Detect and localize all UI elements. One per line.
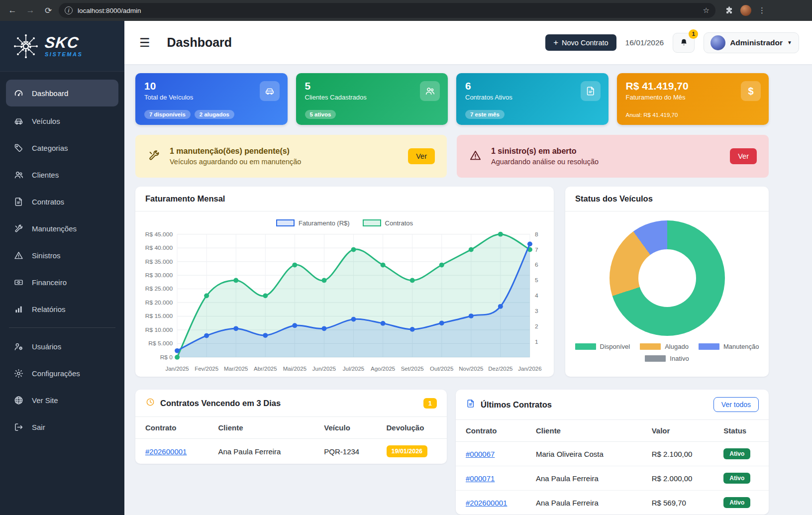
ver-todos-button[interactable]: Ver todos xyxy=(713,397,759,412)
charts-row: Faturamento Mensal Faturamento (R$) Cont… xyxy=(135,187,769,377)
svg-text:Set/2025: Set/2025 xyxy=(401,366,424,372)
site-info-icon[interactable]: i xyxy=(65,6,73,14)
svg-text:1: 1 xyxy=(535,338,538,345)
svg-text:Jan/2025: Jan/2025 xyxy=(165,366,189,372)
column-header: Status xyxy=(718,420,769,442)
column-header: Cliente xyxy=(213,417,319,439)
current-date: 16/01/2026 xyxy=(625,38,664,47)
legend-item-contratos[interactable]: Contratos xyxy=(363,219,413,227)
stat-label: Clientes Cadastrados xyxy=(305,94,439,101)
warning-icon xyxy=(13,250,24,261)
tags-icon xyxy=(13,142,24,153)
logout-icon xyxy=(13,421,24,432)
svg-text:8: 8 xyxy=(535,231,538,238)
latest-contracts-card: Últimos Contratos Ver todos Contrato Cli… xyxy=(456,390,769,515)
address-bar[interactable]: i localhost:8000/admin ☆ xyxy=(59,3,715,18)
legend-item-faturamento[interactable]: Faturamento (R$) xyxy=(276,219,350,227)
stat-label: Contratos Ativos xyxy=(465,94,600,101)
bookmark-star-icon[interactable]: ☆ xyxy=(703,6,710,15)
car-icon xyxy=(13,115,24,126)
legend-item-manutencao[interactable]: Manutenção xyxy=(699,343,759,350)
sidebar-item-relatorios[interactable]: Relatórios xyxy=(0,296,124,322)
sidebar-item-usuarios[interactable]: Usuários xyxy=(0,333,124,360)
svg-text:Jul/2025: Jul/2025 xyxy=(343,366,364,372)
column-header: Devolução xyxy=(382,417,447,439)
svg-text:3: 3 xyxy=(535,308,538,314)
latest-contracts-table: Contrato Cliente Valor Status #000067 Ma… xyxy=(456,420,769,515)
contract-link[interactable]: #202600001 xyxy=(466,499,507,507)
revenue-chart-card: Faturamento Mensal Faturamento (R$) Cont… xyxy=(135,187,554,377)
browser-menu-icon[interactable]: ⋮ xyxy=(758,6,766,15)
user-menu[interactable]: Administrador ▼ xyxy=(704,32,799,53)
chart-legend: Faturamento (R$) Contratos xyxy=(145,216,544,229)
stat-badge: 7 este mês xyxy=(465,110,505,119)
svg-text:Nov/2025: Nov/2025 xyxy=(459,366,483,372)
user-avatar xyxy=(710,35,725,50)
svg-text:R$ 15.000: R$ 15.000 xyxy=(145,313,173,320)
legend-item-inativo[interactable]: Inativo xyxy=(645,355,689,362)
stat-card-faturamento: R$ 41.419,70 Faturamento do Mês Anual: R… xyxy=(617,73,769,125)
speedometer-icon xyxy=(13,88,24,99)
stat-card-veiculos: 10 Total de Veículos 7 disponíveis 2 alu… xyxy=(135,73,288,125)
table-row: #202600001 Ana Paula Ferreira R$ 569,70 … xyxy=(456,491,769,515)
bottom-tables-row: Contratos Vencendo em 3 Dias 1 Contrato … xyxy=(135,390,769,515)
card-title: Contratos Vencendo em 3 Dias xyxy=(160,399,281,408)
file-text-icon xyxy=(581,81,601,101)
contract-link[interactable]: #000071 xyxy=(466,474,495,483)
forward-icon[interactable]: → xyxy=(23,3,38,18)
contract-link[interactable]: #202600001 xyxy=(145,447,187,456)
ver-sinistro-button[interactable]: Ver xyxy=(730,148,757,164)
expiring-contracts-table: Contrato Cliente Veículo Devolução #2026… xyxy=(135,417,447,464)
donut-legend: Disponível Alugado Manutenção Inativo xyxy=(565,343,769,362)
hamburger-menu-icon[interactable]: ☰ xyxy=(139,37,150,49)
column-header: Valor xyxy=(647,420,719,442)
back-icon[interactable]: ← xyxy=(5,3,20,18)
sidebar-item-sinistros[interactable]: Sinistros xyxy=(0,242,124,269)
novo-contrato-button[interactable]: + Novo Contrato xyxy=(545,34,616,51)
url-text[interactable]: localhost:8000/admin xyxy=(78,7,698,14)
legend-swatch xyxy=(699,343,719,350)
sidebar-item-financeiro[interactable]: Financeiro xyxy=(0,269,124,296)
stat-badge: 7 disponíveis xyxy=(144,110,191,119)
bar-chart-icon xyxy=(13,304,24,314)
sidebar-item-clientes[interactable]: Clientes xyxy=(0,161,124,188)
stat-value: 10 xyxy=(144,80,279,92)
notifications-button[interactable]: 1 xyxy=(673,33,695,53)
sidebar-item-ver-site[interactable]: Ver Site xyxy=(0,387,124,413)
sidebar-item-manutencoes[interactable]: Manutenções xyxy=(0,215,124,242)
legend-swatch xyxy=(645,355,666,362)
bell-icon xyxy=(679,38,689,47)
table-row: #202600001 Ana Paula Ferreira PQR-1234 1… xyxy=(135,439,447,464)
extensions-icon[interactable] xyxy=(725,6,733,14)
vehicle-status-donut-chart[interactable] xyxy=(609,220,725,336)
stat-card-clientes: 5 Clientes Cadastrados 5 ativos xyxy=(296,73,448,125)
revenue-line-chart[interactable]: R$ 0R$ 5.000R$ 10.000R$ 15.000R$ 20.000R… xyxy=(145,229,544,375)
svg-text:7: 7 xyxy=(535,246,538,253)
sidebar-item-contratos[interactable]: Contratos xyxy=(0,188,124,215)
sidebar-item-veiculos[interactable]: Veículos xyxy=(0,107,124,134)
legend-item-disponivel[interactable]: Disponível xyxy=(575,343,630,350)
sidebar-item-dashboard[interactable]: Dashboard xyxy=(6,80,118,106)
file-text-icon xyxy=(466,399,476,411)
svg-text:Fev/2025: Fev/2025 xyxy=(195,366,218,372)
sidebar-nav: Dashboard Veículos Categorias Clientes C… xyxy=(0,72,124,440)
cash-icon xyxy=(13,277,24,288)
dollar-icon: $ xyxy=(741,81,761,101)
expiring-count-badge: 1 xyxy=(423,398,437,409)
notification-count-badge: 1 xyxy=(689,29,698,39)
browser-profile-avatar[interactable] xyxy=(740,5,751,16)
svg-text:R$ 40.000: R$ 40.000 xyxy=(145,244,173,251)
ver-maintenance-button[interactable]: Ver xyxy=(408,148,435,164)
legend-item-alugado[interactable]: Alugado xyxy=(640,343,689,350)
svg-text:Out/2025: Out/2025 xyxy=(430,366,453,372)
sidebar-item-sair[interactable]: Sair xyxy=(0,413,124,440)
reload-icon[interactable]: ⟳ xyxy=(41,3,56,18)
globe-icon xyxy=(13,395,24,406)
sidebar-item-categorias[interactable]: Categorias xyxy=(0,134,124,161)
value-cell: R$ 2.000,00 xyxy=(647,466,719,491)
alert-subtitle: Aguardando análise ou resolução xyxy=(491,158,721,166)
tools-icon xyxy=(13,223,24,234)
svg-text:R$ 35.000: R$ 35.000 xyxy=(145,258,173,265)
contract-link[interactable]: #000067 xyxy=(466,450,495,458)
sidebar-item-configuracoes[interactable]: Configurações xyxy=(0,360,124,387)
